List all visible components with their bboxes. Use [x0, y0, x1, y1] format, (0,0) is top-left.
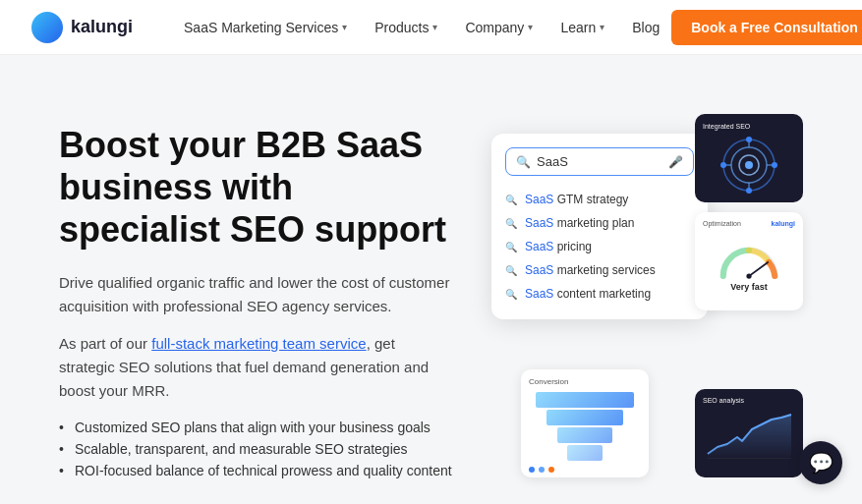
bullet-3: ROI-focused balance of technical prowess… — [59, 460, 452, 481]
integrated-seo-label: Integrated SEO — [703, 123, 750, 130]
optimization-card: Optimization kalungi Very fast — [695, 212, 803, 310]
seo-diagram — [710, 136, 788, 195]
nav-item-saas-marketing[interactable]: SaaS Marketing Services ▾ — [172, 14, 359, 41]
svg-point-3 — [745, 161, 753, 169]
hero-link[interactable]: full-stack marketing team service — [151, 335, 366, 352]
bullet-1: Customized SEO plans that align with you… — [59, 417, 452, 438]
search-item-icon: 🔍 — [505, 289, 517, 300]
logo-link[interactable]: kalungi — [31, 12, 133, 43]
hero-bullets: Customized SEO plans that align with you… — [59, 417, 452, 481]
seo-analysis-card: SEO analysis — [695, 389, 803, 477]
hero-mockups: 🔍 SaaS 🎤 🔍 SaaS GTM strategy 🔍 SaaS mark… — [491, 114, 803, 487]
chat-bubble-button[interactable]: 💬 — [799, 441, 842, 484]
funnel-dots — [529, 467, 641, 473]
dot-2 — [539, 467, 545, 473]
search-suggestion-3: 🔍 SaaS pricing — [505, 235, 694, 258]
bullet-2: Scalable, transparent, and measurable SE… — [59, 438, 452, 460]
search-suggestion-1: 🔍 SaaS GTM strategy — [505, 188, 694, 211]
search-suggestion-5: 🔍 SaaS content marketing — [505, 282, 694, 306]
opt-brand: kalungi — [771, 220, 795, 227]
chat-icon: 💬 — [809, 451, 833, 475]
nav-links: SaaS Marketing Services ▾ Products ▾ Com… — [172, 14, 671, 41]
search-suggestion-4: 🔍 SaaS marketing services — [505, 258, 694, 282]
svg-line-12 — [749, 262, 768, 276]
chevron-down-icon: ▾ — [432, 22, 437, 32]
hero-section: Boost your B2B SaaS business with specia… — [0, 55, 862, 504]
svg-point-9 — [746, 188, 752, 194]
funnel-step-4 — [567, 445, 603, 461]
nav-item-products[interactable]: Products ▾ — [363, 14, 449, 41]
funnel-step-3 — [557, 427, 612, 443]
chevron-down-icon: ▾ — [528, 22, 533, 32]
opt-title: Optimization — [703, 220, 741, 227]
nav-item-learn[interactable]: Learn ▾ — [548, 14, 616, 41]
search-item-icon: 🔍 — [505, 218, 517, 229]
opt-speed-label: Very fast — [730, 282, 768, 292]
svg-point-8 — [746, 137, 752, 142]
conv-title: Conversion — [529, 377, 641, 386]
search-item-icon: 🔍 — [505, 195, 517, 205]
mic-icon: 🎤 — [668, 155, 683, 169]
search-item-icon: 🔍 — [505, 242, 517, 252]
chevron-down-icon: ▾ — [342, 22, 347, 32]
logo-icon — [31, 12, 63, 43]
svg-point-11 — [772, 162, 777, 168]
dot-3 — [548, 467, 554, 473]
search-suggestion-2: 🔍 SaaS marketing plan — [505, 211, 694, 235]
search-query: SaaS — [537, 154, 662, 169]
hero-content: Boost your B2B SaaS business with specia… — [59, 114, 452, 504]
gauge-container: Very fast — [703, 231, 795, 303]
nav-item-company[interactable]: Company ▾ — [453, 14, 545, 41]
navigation: kalungi SaaS Marketing Services ▾ Produc… — [0, 0, 862, 55]
funnel-step-2 — [546, 410, 623, 425]
chevron-down-icon: ▾ — [600, 22, 604, 32]
svg-point-13 — [746, 273, 751, 278]
conversion-card: Conversion — [521, 369, 649, 477]
book-consultation-button[interactable]: Book a Free Consultation — [671, 10, 862, 45]
dot-1 — [529, 467, 535, 473]
analysis-chart — [703, 410, 796, 459]
opt-header: Optimization kalungi — [703, 220, 795, 227]
search-icon: 🔍 — [516, 155, 531, 169]
hero-title: Boost your B2B SaaS business with specia… — [59, 124, 452, 252]
integrated-seo-card: Integrated SEO — [695, 114, 803, 202]
svg-point-10 — [720, 162, 726, 168]
hero-desc-1: Drive qualified organic traffic and lowe… — [59, 271, 452, 318]
search-mockup-card: 🔍 SaaS 🎤 🔍 SaaS GTM strategy 🔍 SaaS mark… — [491, 134, 708, 319]
analysis-title: SEO analysis — [703, 397, 795, 404]
hero-desc-2: As part of our full-stack marketing team… — [59, 332, 452, 403]
gauge-chart — [715, 243, 783, 282]
logo-text: kalungi — [71, 17, 133, 37]
funnel-step-1 — [536, 392, 634, 408]
search-bar: 🔍 SaaS 🎤 — [505, 147, 694, 176]
search-item-icon: 🔍 — [505, 265, 517, 276]
funnel-chart — [529, 392, 641, 461]
nav-item-blog[interactable]: Blog — [620, 14, 671, 41]
